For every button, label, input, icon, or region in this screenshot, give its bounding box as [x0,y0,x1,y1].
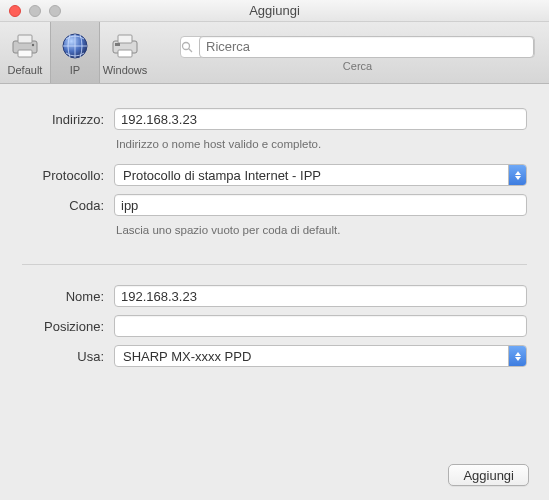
printer-info-group: Nome: Posizione: Usa: SHARP MX-xxxx PPD [22,285,527,393]
globe-ip-icon [59,30,91,62]
footer: Aggiungi [448,464,529,486]
svg-rect-2 [18,50,32,57]
svg-rect-8 [115,43,120,46]
use-label: Usa: [22,349,114,364]
svg-rect-7 [118,50,132,57]
location-input[interactable] [114,315,527,337]
printer-windows-icon [109,30,141,62]
name-label: Nome: [22,289,114,304]
search-caption: Cerca [180,60,535,72]
toolbar-label-default: Default [8,64,43,76]
toolbar-tab-ip[interactable]: IP [50,22,100,83]
location-label: Posizione: [22,319,114,334]
svg-point-9 [183,42,190,49]
search-input[interactable] [199,36,534,58]
protocol-select[interactable]: Protocollo di stampa Internet - IPP [114,164,527,186]
search-icon [181,41,193,53]
connection-group: Indirizzo: Indirizzo o nome host valido … [22,98,527,256]
toolbar-label-ip: IP [70,64,80,76]
svg-rect-6 [118,35,132,43]
svg-rect-1 [18,35,32,43]
window-title: Aggiungi [0,3,549,18]
address-hint: Indirizzo o nome host valido e completo. [114,138,321,150]
printer-default-icon [9,30,41,62]
queue-hint: Lascia uno spazio vuoto per coda di defa… [114,224,340,236]
divider [22,264,527,265]
toolbar-label-windows: Windows [103,64,148,76]
search-field[interactable] [180,36,535,58]
use-select[interactable]: SHARP MX-xxxx PPD [114,345,527,367]
toolbar-tab-default[interactable]: Default [0,22,50,83]
address-input[interactable] [114,108,527,130]
chevron-updown-icon [508,346,526,366]
svg-line-10 [189,48,192,51]
content-area: Indirizzo: Indirizzo o nome host valido … [0,84,549,393]
use-value: SHARP MX-xxxx PPD [123,349,251,364]
address-label: Indirizzo: [22,112,114,127]
queue-input[interactable] [114,194,527,216]
protocol-value: Protocollo di stampa Internet - IPP [123,168,321,183]
toolbar: Default IP [0,22,549,84]
protocol-label: Protocollo: [22,168,114,183]
toolbar-tab-windows[interactable]: Windows [100,22,150,83]
svg-point-3 [32,43,34,45]
queue-label: Coda: [22,198,114,213]
add-button[interactable]: Aggiungi [448,464,529,486]
chevron-updown-icon [508,165,526,185]
title-bar: Aggiungi [0,0,549,22]
name-input[interactable] [114,285,527,307]
